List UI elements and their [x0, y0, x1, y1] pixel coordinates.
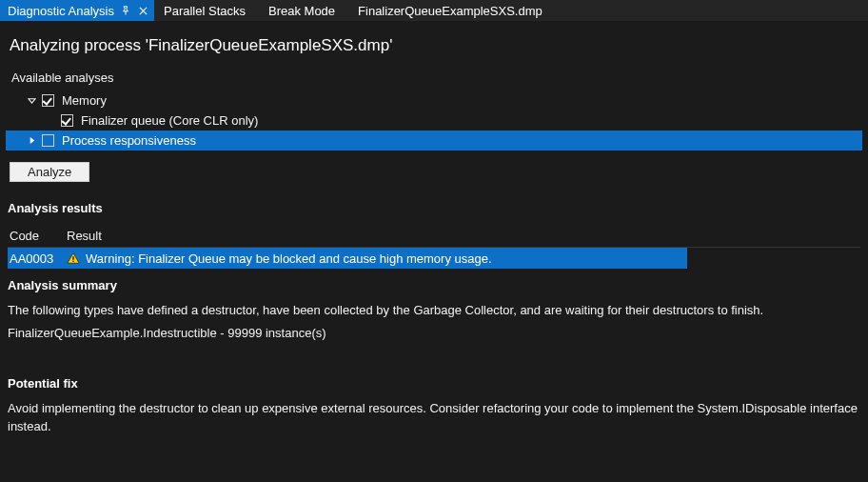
tab-diagnostic-analysis[interactable]: Diagnostic Analysis	[0, 0, 154, 21]
tree-label-finalizer-queue: Finalizer queue (Core CLR only)	[81, 113, 258, 128]
tree-label-memory: Memory	[62, 93, 107, 108]
checkbox-memory[interactable]	[42, 94, 54, 107]
analysis-summary-heading: Analysis summary	[0, 269, 868, 298]
tab-label: Parallel Stacks	[164, 4, 246, 18]
column-header-result[interactable]: Result	[65, 225, 860, 247]
warning-icon	[67, 251, 80, 265]
svg-rect-1	[72, 261, 73, 262]
tree-label-process-responsiveness: Process responsiveness	[62, 133, 196, 148]
result-text: Warning: Finalizer Queue may be blocked …	[86, 251, 492, 266]
tree-item-finalizer-queue[interactable]: Finalizer queue (Core CLR only)	[6, 110, 862, 131]
checkbox-process-responsiveness[interactable]	[42, 134, 54, 147]
analysis-summary-line1: The following types have defined a destr…	[0, 298, 868, 321]
tab-strip: Diagnostic Analysis Parallel Stacks Brea…	[0, 0, 868, 21]
tab-label: Break Mode	[268, 4, 335, 18]
tree-item-process-responsiveness[interactable]: Process responsiveness	[6, 131, 862, 151]
expander-placeholder	[44, 114, 57, 128]
analysis-summary-line2: FinalizerQueueExample.Indestructible - 9…	[0, 321, 868, 344]
pin-icon[interactable]	[120, 5, 131, 16]
result-cell: Warning: Finalizer Queue may be blocked …	[65, 250, 687, 268]
close-icon[interactable]	[137, 5, 148, 16]
expander-closed-icon[interactable]	[25, 134, 38, 148]
tab-label: FinalizerQueueExampleSXS.dmp	[358, 4, 542, 18]
tree-item-memory[interactable]: Memory	[6, 90, 862, 110]
tab-parallel-stacks[interactable]: Parallel Stacks	[154, 0, 259, 21]
analysis-results-heading: Analysis results	[0, 191, 868, 221]
results-table: Code Result AA0003 Warning: Finalizer Qu…	[8, 225, 860, 269]
page-title: Analyzing process 'FinalizerQueueExample…	[0, 21, 868, 67]
tab-label: Diagnostic Analysis	[8, 4, 114, 18]
button-row: Analyze	[0, 156, 868, 191]
checkbox-finalizer-queue[interactable]	[61, 114, 73, 127]
tab-break-mode[interactable]: Break Mode	[259, 0, 348, 21]
analyze-button[interactable]: Analyze	[10, 162, 89, 182]
tab-dump-file[interactable]: FinalizerQueueExampleSXS.dmp	[348, 0, 556, 21]
available-analyses-label: Available analyses	[0, 67, 868, 89]
result-code: AA0003	[8, 250, 65, 268]
content-pane: Analyzing process 'FinalizerQueueExample…	[0, 21, 868, 437]
potential-fix-heading: Potential fix	[0, 367, 868, 396]
expander-open-icon[interactable]	[25, 94, 38, 108]
svg-rect-0	[72, 256, 73, 260]
column-header-code[interactable]: Code	[8, 225, 65, 247]
results-header: Code Result	[8, 225, 860, 248]
results-row[interactable]: AA0003 Warning: Finalizer Queue may be b…	[8, 248, 687, 269]
analyses-tree: Memory Finalizer queue (Core CLR only) P…	[6, 90, 862, 151]
potential-fix-body: Avoid implementing the destructor to cle…	[0, 396, 868, 436]
